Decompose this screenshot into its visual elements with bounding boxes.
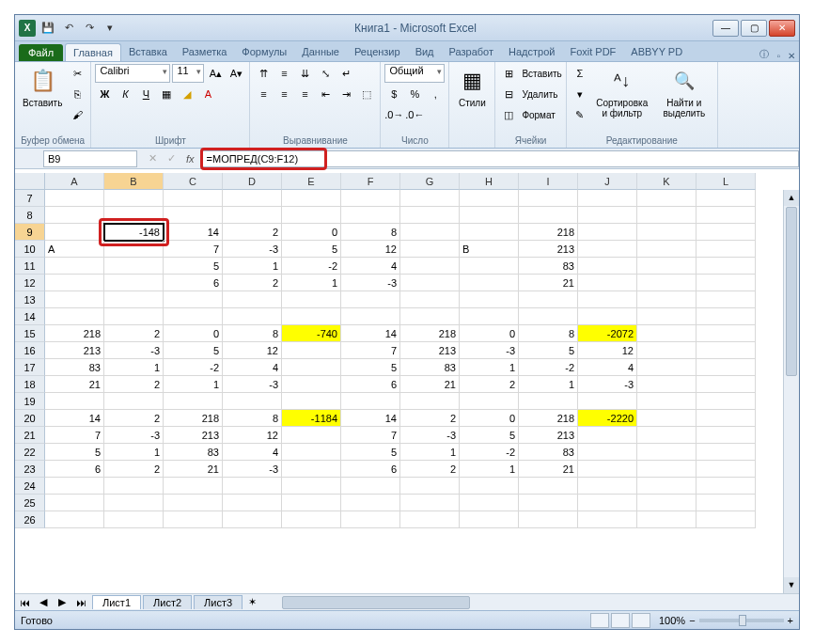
cell[interactable] [460,511,519,528]
cell[interactable] [637,478,697,495]
row-header[interactable]: 14 [15,308,45,325]
cell[interactable]: -3 [104,427,164,444]
bold-button[interactable]: Ж [95,85,114,103]
cell[interactable]: 6 [164,275,223,291]
cell[interactable] [282,478,341,495]
row-header[interactable]: 19 [15,393,45,410]
cell[interactable]: 5 [341,444,400,461]
row-header[interactable]: 25 [15,495,45,511]
insert-cells-icon[interactable]: ⊞ [499,64,518,83]
cell[interactable] [697,207,756,224]
cell[interactable] [637,190,697,207]
cell[interactable]: 12 [341,241,400,258]
zoom-slider[interactable] [699,619,784,622]
cell[interactable] [45,224,104,241]
cell[interactable]: 4 [578,359,637,376]
cell[interactable]: -3 [223,376,282,393]
cell[interactable] [341,190,400,207]
cell[interactable] [637,291,697,308]
cell[interactable] [341,291,400,308]
row-header[interactable]: 10 [15,241,45,258]
sheet-tab[interactable]: Лист3 [194,595,243,609]
cell[interactable] [282,427,341,444]
help-icon[interactable]: ⓘ [756,48,773,61]
align-middle-icon[interactable]: ≡ [274,64,293,83]
ribbon-tab-2[interactable]: Разметка [175,43,235,61]
cell[interactable] [637,461,697,478]
clear-icon[interactable]: ✎ [571,105,589,124]
cell[interactable] [223,495,282,511]
cell[interactable]: 213 [45,342,104,359]
cell[interactable] [697,224,756,241]
cell[interactable] [282,308,341,325]
cell[interactable]: 6 [45,461,104,478]
cell[interactable] [637,325,697,342]
scroll-thumb[interactable] [786,207,797,376]
new-sheet-icon[interactable]: ✶ [243,593,261,612]
underline-button[interactable]: Ч [136,85,155,103]
cell[interactable] [578,427,637,444]
ribbon-tab-6[interactable]: Вид [408,43,442,61]
cell[interactable] [697,376,756,393]
fill-color-icon[interactable]: ◢ [178,85,196,103]
column-header[interactable]: A [45,173,104,190]
cell[interactable] [104,511,164,528]
align-top-icon[interactable]: ⇈ [254,64,273,83]
cell[interactable] [400,241,460,258]
cell[interactable]: 21 [519,461,578,478]
cell[interactable] [637,359,697,376]
cell[interactable]: 213 [164,427,223,444]
cell[interactable]: 12 [223,427,282,444]
cell[interactable]: 4 [223,359,282,376]
decrease-decimal-icon[interactable]: .0← [405,105,424,124]
decrease-indent-icon[interactable]: ⇤ [316,85,335,103]
undo-icon[interactable]: ↶ [60,20,77,37]
cell[interactable] [519,190,578,207]
save-icon[interactable]: 💾 [39,20,56,37]
cell[interactable]: 7 [341,342,400,359]
zoom-out-icon[interactable]: − [689,615,695,626]
currency-icon[interactable]: $ [384,85,403,103]
row-header[interactable]: 18 [15,376,45,393]
cell[interactable]: 6 [341,461,400,478]
cell[interactable]: 21 [519,275,578,291]
cell[interactable]: 2 [460,376,519,393]
align-right-icon[interactable]: ≡ [295,85,314,103]
cell[interactable] [45,258,104,275]
row-header[interactable]: 13 [15,291,45,308]
cell[interactable] [697,342,756,359]
cell[interactable] [637,495,697,511]
ribbon-tab-1[interactable]: Вставка [121,43,175,61]
sheet-nav-last-icon[interactable]: ⏭ [71,593,90,612]
cell[interactable] [104,291,164,308]
cell[interactable]: 14 [341,410,400,427]
cell[interactable]: 0 [164,325,223,342]
cell[interactable] [460,308,519,325]
cell[interactable] [697,478,756,495]
cell[interactable] [578,393,637,410]
cell[interactable] [400,495,460,511]
cell[interactable]: 0 [282,224,341,241]
cell[interactable] [104,241,164,258]
cell[interactable]: 2 [223,275,282,291]
cell[interactable] [637,393,697,410]
cell[interactable]: 21 [400,376,460,393]
cell[interactable]: -3 [223,241,282,258]
cell[interactable] [223,511,282,528]
cell[interactable] [637,342,697,359]
cell[interactable] [460,258,519,275]
cell[interactable]: 2 [400,410,460,427]
row-header[interactable]: 16 [15,342,45,359]
cell[interactable]: 1 [282,275,341,291]
cell[interactable] [223,478,282,495]
enter-icon[interactable]: ✓ [162,149,180,168]
cell[interactable]: 5 [460,427,519,444]
cell[interactable] [697,444,756,461]
increase-decimal-icon[interactable]: .0→ [384,105,403,124]
select-all-corner[interactable] [15,173,45,190]
cell[interactable] [104,393,164,410]
cell[interactable] [697,291,756,308]
column-header[interactable]: D [223,173,282,190]
cell[interactable]: 83 [519,444,578,461]
cell[interactable] [460,495,519,511]
